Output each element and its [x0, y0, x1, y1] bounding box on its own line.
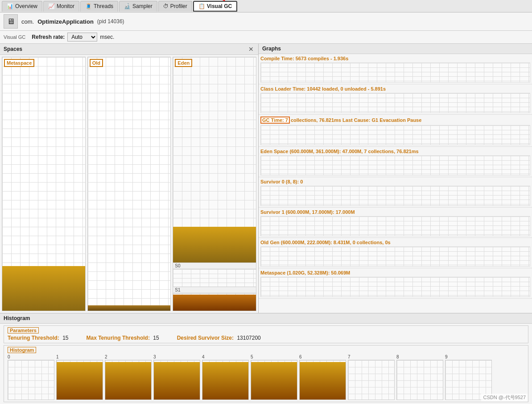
- tab-overview[interactable]: 📊 Overview: [2, 1, 42, 12]
- gc-time-graph: [260, 125, 530, 145]
- histogram-bar-0: 0: [8, 354, 54, 400]
- histogram-bar-area-1: [56, 360, 103, 400]
- s1-space: [173, 293, 256, 311]
- class-loader-graph: [260, 93, 530, 113]
- histogram-bars-title: Histogram: [8, 347, 524, 353]
- survivor0-graph: [260, 186, 530, 206]
- eden-space-row: Eden Space (600.000M, 361.000M): 47.000M…: [259, 147, 532, 177]
- histogram-bar-area-2: [105, 360, 152, 400]
- histogram-bar-8: 8: [396, 354, 443, 400]
- histogram-bar-label-9: 9: [445, 354, 448, 359]
- histogram-bar-1: 1: [56, 354, 103, 400]
- histogram-bar-4: 4: [202, 354, 249, 400]
- histogram-bar-label-5: 5: [251, 354, 253, 359]
- tab-bar: 📊 Overview 📈 Monitor 🧵 Threads 🔬 Sampler…: [0, 0, 532, 12]
- s0-space: [173, 269, 256, 287]
- histogram-bar-label-8: 8: [396, 354, 399, 359]
- compile-time-label: Compile Time: 5673 compiles - 1.936s: [260, 55, 530, 62]
- histogram-bar-label-7: 7: [348, 354, 351, 359]
- histogram-bar-7: 7: [348, 354, 395, 400]
- max-tenuring-label: Max Tenuring Threshold:: [86, 335, 149, 341]
- gc-time-highlight: GC Time: 7: [260, 117, 290, 124]
- profiler-icon: ⏱: [163, 3, 169, 9]
- watermark: CSDN @-代号9527: [481, 394, 528, 401]
- histogram-bar-label-0: 0: [8, 354, 10, 359]
- survivor1-graph: [260, 216, 530, 236]
- histogram-bar-area-0: [8, 360, 54, 400]
- histogram-bar-fill-1: [57, 362, 103, 400]
- survivor1-label: Survivor 1 (600.000M, 17.000M): 17.000M: [260, 208, 530, 216]
- histogram-bar-label-3: 3: [153, 354, 156, 359]
- graphs-panel: Graphs Compile Time: 5673 compiles - 1.9…: [259, 44, 532, 313]
- visual-gc-icon: 📋: [198, 3, 205, 9]
- histogram-bar-3: 3: [153, 354, 200, 400]
- desired-survivor-label: Desired Survivor Size:: [177, 335, 234, 341]
- class-loader-row: Class Loader Time: 10442 loaded, 0 unloa…: [259, 84, 532, 115]
- metaspace-label: Metaspace: [4, 59, 34, 67]
- spaces-close-button[interactable]: ✕: [247, 46, 255, 53]
- histogram-bar-label-4: 4: [202, 354, 205, 359]
- eden-space-label: Eden Space (600.000M, 361.000M): 47.000M…: [260, 148, 530, 155]
- tab-profiler[interactable]: ⏱ Profiler: [158, 1, 192, 12]
- graphs-title-bar: Graphs: [259, 44, 532, 54]
- eden-column: Eden S0 S1: [173, 57, 256, 311]
- app-title: OptimizeApplication: [37, 18, 94, 25]
- gc-time-row: GC Time: 7 collections, 76.821ms Last Ca…: [259, 115, 532, 147]
- old-column: Old: [87, 57, 171, 311]
- metaspace-graph: [260, 277, 530, 297]
- tab-monitor[interactable]: 📈 Monitor: [43, 1, 79, 12]
- s1-label: S1: [173, 287, 256, 293]
- sampler-icon: 🔬: [124, 3, 131, 9]
- survivor0-row: Survivor 0 (8, 8): 0: [259, 177, 532, 208]
- app-pid: (pid 14036): [97, 18, 124, 25]
- refresh-unit: msec.: [100, 34, 114, 40]
- tab-visual-gc[interactable]: 📋 Visual GC: [193, 1, 237, 12]
- split-main: Spaces ✕ Metaspace Old: [0, 44, 532, 313]
- histogram-bar-fill-5: [251, 362, 297, 400]
- histogram-bar-area-8: [396, 360, 443, 400]
- tab-threads[interactable]: 🧵 Threads: [80, 1, 118, 12]
- survivor0-label: Survivor 0 (8, 8): 0: [260, 178, 530, 185]
- plugin-label: Visual GC: [4, 34, 25, 40]
- histogram-bar-fill-4: [202, 362, 248, 400]
- histogram-bars: 0123456789: [8, 354, 524, 400]
- histogram-section: Histogram Parameters Tenuring Threshold:…: [0, 313, 532, 404]
- tenuring-value: 15: [62, 335, 68, 341]
- metaspace-grid: [2, 57, 85, 311]
- spaces-content: Metaspace Old: [0, 55, 258, 313]
- histogram-bar-fill-2: [105, 362, 151, 400]
- compile-time-graph: [260, 62, 530, 83]
- desired-survivor-value: 13107200: [237, 335, 260, 341]
- gc-time-label: GC Time: 7 collections, 76.821ms Last Ca…: [260, 116, 530, 125]
- compile-time-row: Compile Time: 5673 compiles - 1.936s: [259, 54, 532, 84]
- parameters-title: Parameters: [8, 328, 524, 333]
- metaspace-column: Metaspace: [2, 57, 86, 311]
- s1-bar: [173, 295, 256, 311]
- spaces-title-bar: Spaces ✕: [0, 44, 258, 55]
- metaspace-graph-label: Metaspace (1.020G, 52.328M): 50.069M: [260, 269, 530, 276]
- spaces-title: Spaces: [4, 46, 22, 52]
- histogram-bars-box: Histogram 0123456789: [4, 345, 528, 402]
- histogram-bar-fill-3: [154, 362, 200, 400]
- s0-label: S0: [173, 262, 256, 269]
- histogram-bar-fill-6: [300, 362, 346, 400]
- histogram-bar-9: 9: [445, 354, 492, 400]
- tab-sampler[interactable]: 🔬 Sampler: [119, 1, 157, 12]
- histogram-bar-area-7: [348, 360, 395, 400]
- app-header: 🖥 com. OptimizeApplication (pid 14036): [0, 12, 532, 31]
- survivor1-row: Survivor 1 (600.000M, 17.000M): 17.000M: [259, 208, 532, 238]
- parameters-box: Parameters Tenuring Threshold: 15 Max Te…: [4, 325, 528, 343]
- histogram-bar-area-5: [251, 360, 297, 400]
- histogram-bar-area-3: [153, 360, 200, 400]
- refresh-rate-select[interactable]: Auto 100ms 200ms 500ms 1s 2s 5s: [67, 33, 97, 42]
- histogram-bar-area-4: [202, 360, 249, 400]
- metaspace-bar: [2, 266, 85, 311]
- histogram-bar-6: 6: [299, 354, 346, 400]
- graphs-title: Graphs: [262, 46, 281, 52]
- eden-main-space: [173, 57, 256, 262]
- monitor-icon: 📈: [48, 3, 55, 9]
- histogram-bar-area-6: [299, 360, 346, 400]
- refresh-rate-label: Refresh rate:: [32, 34, 65, 40]
- app-icon: 🖥: [4, 14, 18, 29]
- histogram-section-title: Histogram: [0, 313, 532, 324]
